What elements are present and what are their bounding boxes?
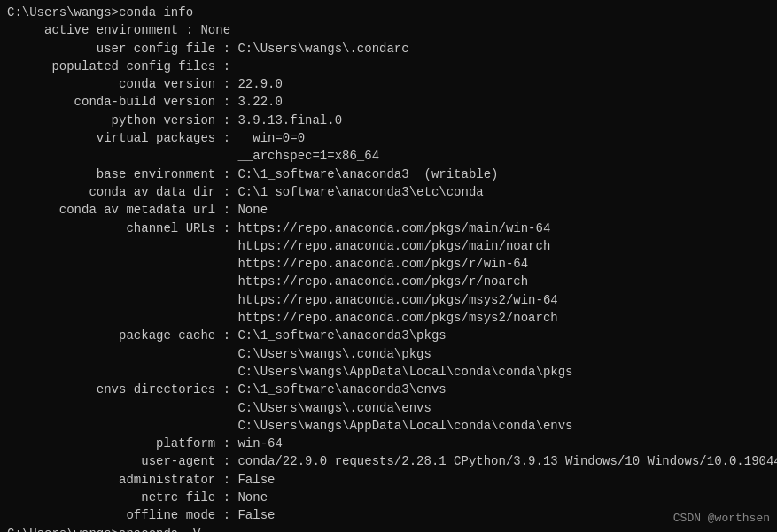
terminal-line: active environment : None xyxy=(7,21,770,39)
terminal-line: channel URLs : https://repo.anaconda.com… xyxy=(7,220,770,237)
terminal-line: C:\Users\wangs>conda info xyxy=(7,4,770,21)
terminal-line: __archspec=1=x86_64 xyxy=(7,147,770,165)
terminal-window: C:\Users\wangs>conda info active environ… xyxy=(0,0,777,532)
terminal-line: user config file : C:\Users\wangs\.conda… xyxy=(7,40,770,58)
watermark: CSDN @worthsen xyxy=(673,512,770,525)
terminal-line: virtual packages : __win=0=0 xyxy=(7,129,770,147)
terminal-content: C:\Users\wangs>conda info active environ… xyxy=(7,4,770,532)
terminal-line: package cache : C:\1_software\anaconda3\… xyxy=(7,327,770,344)
terminal-line: conda-build version : 3.22.0 xyxy=(7,93,770,111)
terminal-line: platform : win-64 xyxy=(7,435,770,452)
terminal-line: C:\Users\wangs\.conda\envs xyxy=(7,399,770,417)
terminal-line: https://repo.anaconda.com/pkgs/msys2/win… xyxy=(7,291,770,309)
terminal-line: C:\Users\wangs\AppData\Local\conda\conda… xyxy=(7,417,770,435)
terminal-line: C:\Users\wangs\AppData\Local\conda\conda… xyxy=(7,363,770,381)
terminal-line: envs directories : C:\1_software\anacond… xyxy=(7,381,770,398)
terminal-line: https://repo.anaconda.com/pkgs/msys2/noa… xyxy=(7,309,770,327)
terminal-line: offline mode : False xyxy=(7,506,770,524)
terminal-line: administrator : False xyxy=(7,471,770,489)
terminal-line: populated config files : xyxy=(7,58,770,75)
terminal-line: conda version : 22.9.0 xyxy=(7,75,770,93)
terminal-line: https://repo.anaconda.com/pkgs/r/noarch xyxy=(7,273,770,290)
terminal-line: https://repo.anaconda.com/pkgs/r/win-64 xyxy=(7,255,770,273)
terminal-line: C:\Users\wangs>anaconda -V xyxy=(7,525,770,532)
terminal-line: python version : 3.9.13.final.0 xyxy=(7,112,770,129)
terminal-line: conda av data dir : C:\1_software\anacon… xyxy=(7,183,770,201)
terminal-line: C:\Users\wangs\.conda\pkgs xyxy=(7,345,770,363)
terminal-line: https://repo.anaconda.com/pkgs/main/noar… xyxy=(7,237,770,255)
terminal-line: user-agent : conda/22.9.0 requests/2.28.… xyxy=(7,452,770,470)
terminal-line: netrc file : None xyxy=(7,489,770,506)
terminal-line: conda av metadata url : None xyxy=(7,201,770,219)
terminal-line: base environment : C:\1_software\anacond… xyxy=(7,166,770,183)
